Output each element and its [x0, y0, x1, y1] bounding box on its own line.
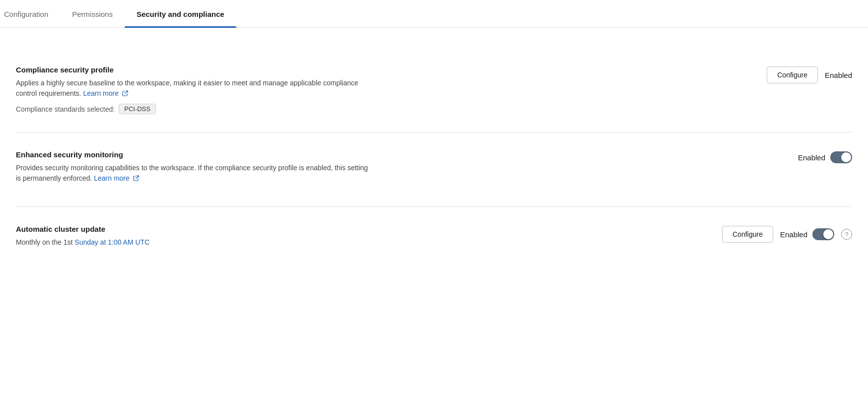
compliance-profile-status: Enabled — [825, 71, 852, 79]
cluster-update-toggle[interactable] — [812, 228, 834, 240]
tab-security[interactable]: Security and compliance — [125, 0, 236, 27]
tab-configuration[interactable]: Configuration — [0, 0, 60, 27]
enhanced-monitoring-thumb — [841, 152, 851, 162]
compliance-profile-configure-button[interactable]: Configure — [767, 67, 818, 83]
cluster-update-configure-button[interactable]: Configure — [722, 226, 773, 243]
enhanced-monitoring-desc-text: Provides security monitoring capabilitie… — [16, 164, 368, 182]
cluster-update-track — [812, 228, 834, 240]
cluster-update-schedule-prefix: Monthly on the 1st — [16, 238, 72, 246]
enhanced-monitoring-right: Enabled — [798, 150, 852, 163]
cluster-update-status: Enabled — [780, 230, 807, 239]
enhanced-monitoring-learn-more[interactable]: Learn more — [94, 174, 139, 182]
svg-line-0 — [125, 91, 128, 94]
cluster-update-toggle-wrapper: Enabled — [780, 228, 834, 240]
cluster-update-schedule: Monthly on the 1st Sunday at 1:00 AM UTC — [16, 237, 373, 248]
external-link-icon — [122, 90, 128, 96]
compliance-standards-label: Compliance standards selected: — [16, 105, 115, 113]
enhanced-monitoring-desc: Provides security monitoring capabilitie… — [16, 163, 373, 184]
compliance-profile-desc-text: Applies a highly secure baseline to the … — [16, 79, 359, 97]
cluster-update-title: Automatic cluster update — [16, 225, 373, 233]
external-link-icon-2 — [133, 175, 139, 181]
compliance-profile-section: Compliance security profile Applies a hi… — [16, 48, 852, 133]
compliance-profile-learn-more[interactable]: Learn more — [83, 89, 128, 97]
compliance-profile-desc: Applies a highly secure baseline to the … — [16, 78, 373, 99]
enhanced-monitoring-title: Enhanced security monitoring — [16, 150, 373, 159]
tab-permissions[interactable]: Permissions — [60, 0, 125, 27]
svg-line-1 — [136, 176, 139, 179]
compliance-profile-right: Configure Enabled — [767, 66, 852, 83]
main-content: Compliance security profile Applies a hi… — [0, 28, 868, 290]
cluster-update-help-icon[interactable]: ? — [841, 229, 852, 240]
enhanced-monitoring-track — [830, 151, 852, 163]
compliance-profile-title: Compliance security profile — [16, 66, 373, 74]
cluster-update-section: Automatic cluster update Monthly on the … — [16, 207, 852, 270]
enhanced-monitoring-section: Enhanced security monitoring Provides se… — [16, 133, 852, 207]
compliance-profile-left: Compliance security profile Applies a hi… — [16, 66, 373, 114]
enhanced-monitoring-toggle-wrapper: Enabled — [798, 151, 852, 163]
enhanced-monitoring-status: Enabled — [798, 153, 825, 162]
compliance-standards: Compliance standards selected: PCI-DSS — [16, 104, 373, 114]
pci-dss-badge: PCI-DSS — [119, 104, 156, 114]
tab-bar: Configuration Permissions Security and c… — [0, 0, 868, 28]
cluster-update-left: Automatic cluster update Monthly on the … — [16, 225, 373, 253]
cluster-update-schedule-link[interactable]: Sunday at 1:00 AM UTC — [74, 238, 149, 246]
enhanced-monitoring-toggle[interactable] — [830, 151, 852, 163]
cluster-update-right: Configure Enabled ? — [722, 225, 852, 243]
cluster-update-thumb — [823, 229, 833, 239]
enhanced-monitoring-left: Enhanced security monitoring Provides se… — [16, 150, 373, 189]
